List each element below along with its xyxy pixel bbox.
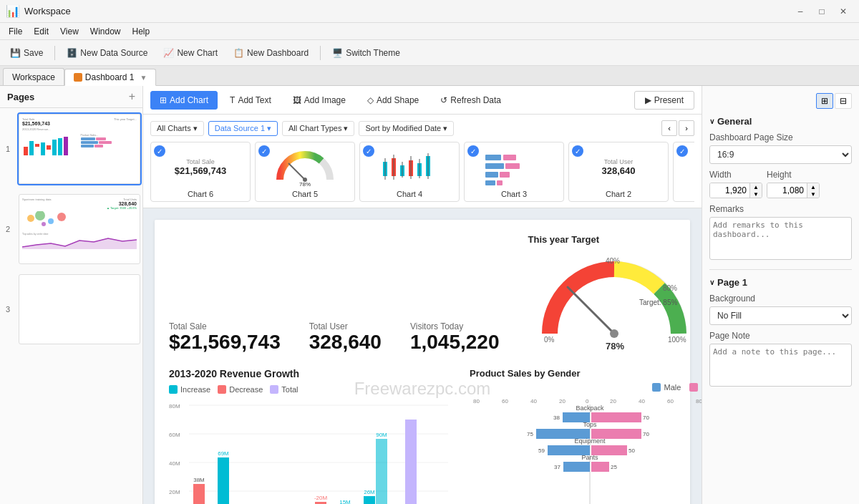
add-image-button[interactable]: 🖼 Add Image [283, 91, 355, 110]
chart-filter-row: All Charts ▾ Data Source 1 ▾ All Chart T… [150, 120, 694, 136]
background-field: Background No Fill Solid Color Gradient [709, 294, 852, 325]
this-year-section: This year Target [528, 234, 700, 354]
chart-card-5[interactable]: ✓ [255, 142, 355, 202]
refresh-data-button[interactable]: ↺ Refresh Data [431, 91, 510, 110]
right-panel: ⊞ ⊟ General Dashboard Page Size 16:9 4:3… [702, 86, 859, 504]
data-source-filter[interactable]: Data Source 1 ▾ [208, 121, 278, 136]
svg-point-38 [610, 329, 618, 338]
chart-check-3: ✓ [467, 145, 479, 157]
all-charts-filter[interactable]: All Charts ▾ [150, 121, 204, 136]
page-size-label: Dashboard Page Size [709, 132, 852, 142]
sort-filter[interactable]: Sort by Modified Date ▾ [359, 121, 454, 136]
revenue-title: 2013-2020 Revenue Growth [169, 368, 448, 379]
chevron-down-icon: ▾ [193, 124, 198, 133]
menu-edit[interactable]: Edit [28, 23, 54, 39]
new-data-source-button[interactable]: 🗄️ New Data Source [59, 45, 155, 61]
svg-line-37 [568, 287, 614, 334]
legend-increase: Increase [169, 385, 210, 394]
svg-text:70: 70 [643, 415, 649, 421]
chart-card-3[interactable]: ✓ Chart 3 [464, 142, 564, 202]
shape-icon: ◇ [367, 95, 374, 105]
chart-card-4[interactable]: ✓ [359, 142, 460, 202]
decrease-dot [218, 385, 226, 394]
new-dashboard-button[interactable]: 📋 New Dashboard [226, 45, 316, 61]
chart-label-6: Chart 6 [154, 190, 247, 198]
increase-dot [169, 385, 178, 394]
toolbar: 💾 Save 🗄️ New Data Source 📈 New Chart 📋 … [0, 40, 859, 66]
tab-dashboard1[interactable]: Dashboard 1 ▼ [64, 69, 157, 86]
dashboard-content: Freewarezpc.com Total Sale $21,569,743 T… [155, 220, 690, 504]
page-item-3[interactable] [17, 273, 142, 346]
add-page-button[interactable]: + [129, 90, 135, 103]
page-note-textarea[interactable] [709, 344, 852, 387]
remarks-textarea[interactable] [709, 217, 852, 260]
add-chart-icon: ⊞ [160, 95, 167, 105]
chart-type-filter[interactable]: All Chart Types ▾ [282, 121, 354, 136]
chart-card-1[interactable]: ✓ Visitors Today 1,045,220 Chart 1 [673, 142, 694, 202]
width-increment[interactable]: ▲ [750, 183, 762, 190]
charts-row: 2013-2020 Revenue Growth Increase Decrea… [169, 368, 676, 504]
background-select[interactable]: No Fill Solid Color Gradient [709, 306, 852, 325]
page-item-2[interactable]: Sportmen training data Total Units 328,6… [17, 193, 142, 266]
svg-point-10 [48, 218, 54, 224]
menu-help[interactable]: Help [127, 23, 156, 39]
svg-text:20: 20 [610, 398, 616, 404]
list-view-button[interactable]: ⊟ [835, 93, 852, 109]
maximize-button[interactable]: □ [812, 4, 832, 19]
chart-card-6[interactable]: ✓ Total Sale $21,569,743 Chart 6 [150, 142, 251, 202]
svg-point-9 [35, 211, 45, 220]
page-num-1: 1 [6, 145, 10, 153]
svg-text:Target: 85%: Target: 85% [639, 299, 677, 306]
action-bar: ⊞ Add Chart T Add Text 🖼 Add Image ◇ Add… [143, 86, 702, 115]
tab-dropdown-arrow[interactable]: ▼ [140, 74, 147, 82]
chart-card-2[interactable]: ✓ Total User 328,640 Chart 2 [568, 142, 669, 202]
grid-view-button[interactable]: ⊞ [816, 93, 833, 109]
svg-point-12 [42, 222, 46, 226]
close-button[interactable]: ✕ [833, 4, 853, 19]
width-input[interactable] [710, 183, 749, 198]
toolbar-separator-1 [54, 46, 55, 60]
svg-text:80M: 80M [169, 403, 180, 410]
add-text-button[interactable]: T Add Text [220, 91, 281, 110]
svg-point-8 [27, 215, 34, 222]
width-decrement[interactable]: ▼ [750, 190, 762, 198]
height-increment[interactable]: ▲ [807, 183, 819, 190]
svg-text:80: 80 [696, 398, 702, 404]
width-spin-buttons: ▲ ▼ [749, 183, 762, 198]
page-item-1[interactable]: Total Sale $21,569,743 2013-2020 Revenue… [17, 112, 142, 185]
present-button[interactable]: ▶ Present [634, 91, 694, 110]
chart-nav-next[interactable]: › [679, 120, 694, 136]
save-button[interactable]: 💾 Save [3, 45, 50, 61]
chart-thumb-5: 78% [258, 145, 351, 188]
switch-theme-button[interactable]: 🖥️ Switch Theme [325, 45, 407, 61]
add-chart-button[interactable]: ⊞ Add Chart [150, 91, 218, 110]
add-shape-button[interactable]: ◇ Add Shape [358, 91, 428, 110]
svg-text:50: 50 [629, 447, 635, 454]
minimize-button[interactable]: – [790, 4, 810, 19]
gauge-title: This year Target [528, 234, 700, 245]
product-chart-title: Product Sales by Gender [470, 368, 702, 379]
height-input[interactable] [767, 183, 807, 198]
tab-workspace[interactable]: Workspace [3, 68, 64, 85]
legend-female: Female [689, 383, 702, 392]
svg-text:80%: 80% [663, 284, 677, 292]
svg-text:26M: 26M [364, 489, 375, 495]
menu-view[interactable]: View [54, 23, 84, 39]
svg-text:69M: 69M [218, 450, 229, 457]
height-decrement[interactable]: ▼ [807, 190, 819, 198]
svg-rect-35 [485, 180, 495, 185]
chart-nav-prev[interactable]: ‹ [661, 120, 677, 136]
page-size-select[interactable]: 16:9 4:3 A4 Letter Custom [709, 145, 852, 164]
chevron-down-icon-4: ▾ [443, 124, 447, 133]
svg-rect-78 [376, 439, 387, 504]
chart-nav: ‹ › [661, 120, 694, 136]
menu-window[interactable]: Window [84, 23, 127, 39]
menu-file[interactable]: File [3, 23, 28, 39]
svg-rect-111 [591, 462, 609, 472]
new-chart-button[interactable]: 📈 New Chart [156, 45, 225, 61]
stat-total-user-value: 328,640 [309, 331, 382, 354]
title-bar-left: 📊 Workspace [6, 4, 71, 18]
chart-icon: 📈 [163, 48, 174, 58]
page1-section-title: Page 1 [709, 277, 852, 288]
stat-total-user: Total User 328,640 [309, 321, 382, 354]
